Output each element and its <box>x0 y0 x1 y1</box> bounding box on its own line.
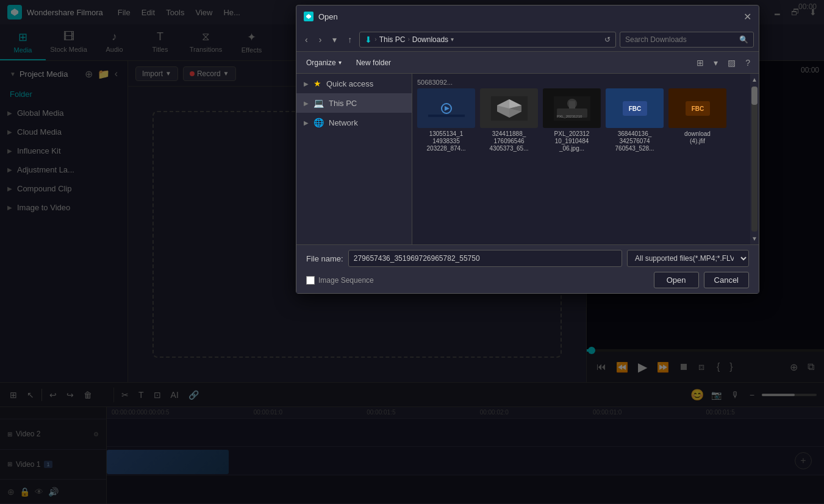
organize-button[interactable]: Organize ▾ <box>301 56 346 69</box>
file-label-4: 368440136_342576074760543_528... <box>615 130 654 152</box>
svg-rect-5 <box>428 115 465 117</box>
dialog-body: ▶ ★ Quick access ▶ 💻 This PC ▶ 🌐 Network… <box>296 74 759 244</box>
cancel-button[interactable]: Cancel <box>704 272 749 288</box>
file-img-2 <box>480 88 538 128</box>
file-label-2: 324411888_1760965464305373_65... <box>490 130 529 152</box>
file-dialog: Open ✕ ‹ › ▾ ↑ ⬇ › This PC › Downloads ▾… <box>296 5 759 294</box>
filetype-select[interactable]: All supported files(*.MP4;*.FLV;*All Fil… <box>627 250 749 267</box>
dialog-nav-bar: ‹ › ▾ ↑ ⬇ › This PC › Downloads ▾ ↺ 🔍 <box>296 27 759 52</box>
nav-up-button[interactable]: ↑ <box>344 32 356 47</box>
path-bar: ⬇ › This PC › Downloads ▾ ↺ <box>359 32 616 48</box>
dialog-title: Open <box>318 12 743 21</box>
file-thumb-3[interactable]: PXL_20231210 PXL_20231210_1910484_06.jpg… <box>543 88 601 152</box>
scroll-down-button[interactable]: ▼ <box>749 233 760 244</box>
nav-back-button[interactable]: ‹ <box>301 32 312 47</box>
view-pane-button[interactable]: ▨ <box>724 56 739 69</box>
dialog-second-bar: Organize ▾ New folder ⊞ ▾ ▨ ? <box>296 52 759 74</box>
dialog-icon <box>304 12 313 21</box>
file-thumb-5[interactable]: FBC download(4).jfif <box>668 88 726 145</box>
nav-forward-button[interactable]: › <box>315 32 326 47</box>
image-sequence-label: Image Sequence <box>318 276 374 285</box>
image-sequence-row: Image Sequence <box>306 276 374 285</box>
filename-input[interactable] <box>348 250 622 267</box>
file-label-1: 13055134_114938335203228_874... <box>427 130 466 152</box>
new-folder-button[interactable]: New folder <box>351 56 396 69</box>
scroll-thumb[interactable] <box>751 87 758 105</box>
files-top-label: 50683092... <box>417 79 745 86</box>
sidebar-this-pc[interactable]: ▶ 💻 This PC <box>296 93 412 113</box>
file-label-5: download(4).jfif <box>684 130 711 145</box>
this-pc-expand-icon: ▶ <box>304 100 309 107</box>
file-thumb-4[interactable]: FBC 368440136_342576074760543_528... <box>606 88 664 152</box>
svg-text:PXL_20231210: PXL_20231210 <box>557 115 582 118</box>
network-label: Network <box>329 118 358 127</box>
file-grid: 13055134_114938335203228_874... <box>417 88 745 240</box>
search-input[interactable] <box>625 35 737 44</box>
file-thumb-2[interactable]: 324411888_1760965464305373_65... <box>480 88 538 152</box>
file-img-3: PXL_20231210 <box>543 88 601 128</box>
search-bar: 🔍 <box>620 32 754 48</box>
path-home-icon: ⬇ <box>365 35 372 44</box>
file-thumb-1[interactable]: 13055134_114938335203228_874... <box>417 88 475 152</box>
sidebar-network[interactable]: ▶ 🌐 Network <box>296 113 412 132</box>
dialog-footer: File name: All supported files(*.MP4;*.F… <box>296 244 759 293</box>
dialog-scrollbar: ▲ ▼ <box>750 74 759 244</box>
dialog-close-button[interactable]: ✕ <box>743 11 751 23</box>
path-dropdown-icon[interactable]: ▾ <box>451 36 454 43</box>
organize-label: Organize <box>306 59 336 67</box>
open-button[interactable]: Open <box>654 272 699 288</box>
filename-label: File name: <box>306 254 343 263</box>
path-separator-1: › <box>374 36 376 43</box>
path-this-pc[interactable]: This PC <box>379 35 406 44</box>
view-grid-button[interactable]: ⊞ <box>693 56 708 69</box>
svg-marker-1 <box>306 14 311 19</box>
file-label-3: PXL_20231210_1910484_06.jpg... <box>554 130 590 152</box>
quick-access-expand-icon: ▶ <box>304 80 309 87</box>
new-folder-label: New folder <box>356 59 391 67</box>
svg-text:FBC: FBC <box>691 105 704 112</box>
dialog-files: 50683092... 13055134_114938335203 <box>412 74 750 244</box>
view-dropdown-button[interactable]: ▾ <box>710 56 722 69</box>
path-downloads[interactable]: Downloads <box>412 35 448 44</box>
filename-row: File name: All supported files(*.MP4;*.F… <box>306 250 749 267</box>
file-img-4: FBC <box>606 88 664 128</box>
this-pc-icon: 💻 <box>313 98 324 108</box>
path-separator-2: › <box>407 36 409 43</box>
this-pc-label: This PC <box>329 99 357 108</box>
search-icon: 🔍 <box>739 35 748 44</box>
quick-access-icon: ★ <box>313 79 321 88</box>
help-button[interactable]: ? <box>742 56 754 69</box>
file-img-5: FBC <box>668 88 726 128</box>
network-expand-icon: ▶ <box>304 119 309 126</box>
svg-text:FBC: FBC <box>628 105 641 112</box>
organize-dropdown-icon: ▾ <box>339 59 342 66</box>
file-img-1 <box>417 88 475 128</box>
scroll-up-button[interactable]: ▲ <box>749 74 760 85</box>
path-refresh-icon[interactable]: ↺ <box>604 35 611 44</box>
image-sequence-checkbox[interactable] <box>306 276 315 285</box>
footer-actions: Image Sequence Open Cancel <box>306 272 749 288</box>
nav-dropdown-button[interactable]: ▾ <box>329 32 340 47</box>
sidebar-quick-access[interactable]: ▶ ★ Quick access <box>296 74 412 93</box>
dialog-overlay: Open ✕ ‹ › ▾ ↑ ⬇ › This PC › Downloads ▾… <box>0 0 824 504</box>
quick-access-label: Quick access <box>326 79 373 88</box>
view-buttons: ⊞ ▾ ▨ ? <box>693 56 754 69</box>
dialog-sidebar: ▶ ★ Quick access ▶ 💻 This PC ▶ 🌐 Network <box>296 74 412 244</box>
scroll-track[interactable] <box>751 87 758 232</box>
dialog-title-bar: Open ✕ <box>296 5 759 27</box>
network-icon: 🌐 <box>313 118 324 127</box>
